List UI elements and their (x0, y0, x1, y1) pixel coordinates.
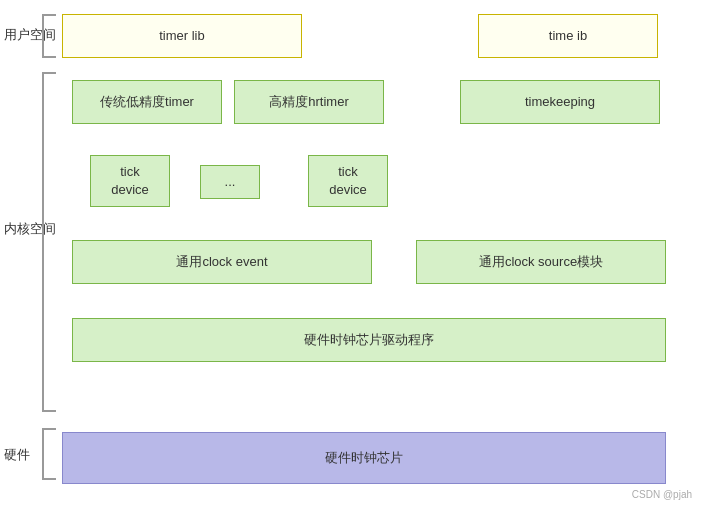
kernel-brace (42, 72, 56, 412)
watermark: CSDN @pjah (632, 489, 692, 500)
tick-device-1-box: tick device (90, 155, 170, 207)
timekeeping-box: timekeeping (460, 80, 660, 124)
hardware-brace (42, 428, 56, 480)
time-ib-box: time ib (478, 14, 658, 58)
user-brace (42, 14, 56, 58)
timer-lib-box: timer lib (62, 14, 302, 58)
tick-device-2-box: tick device (308, 155, 388, 207)
hardware-label: 硬件 (4, 446, 30, 464)
ellipsis-box: ... (200, 165, 260, 199)
diagram: 用户空间 内核空间 硬件 timer lib time ib 传统低精度time… (0, 0, 702, 508)
traditional-timer-box: 传统低精度timer (72, 80, 222, 124)
clock-event-box: 通用clock event (72, 240, 372, 284)
clock-source-box: 通用clock source模块 (416, 240, 666, 284)
hw-chip-box: 硬件时钟芯片 (62, 432, 666, 484)
hw-driver-box: 硬件时钟芯片驱动程序 (72, 318, 666, 362)
hrtimer-box: 高精度hrtimer (234, 80, 384, 124)
